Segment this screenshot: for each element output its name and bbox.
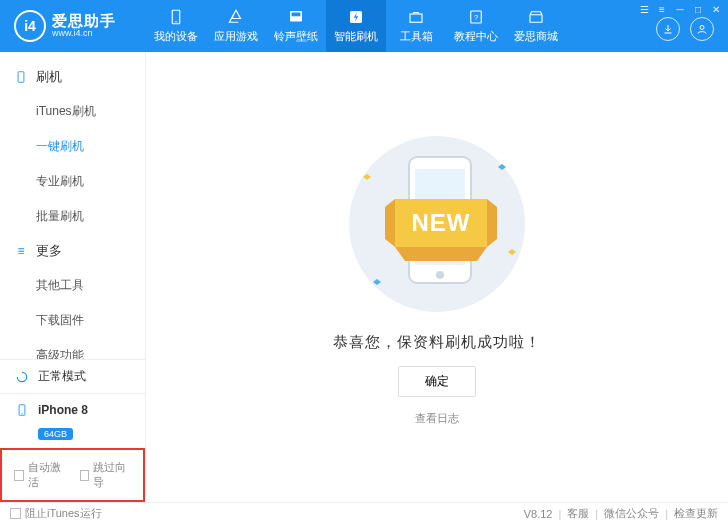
nav-ringtone[interactable]: 铃声壁纸 [266,0,326,52]
top-nav: 我的设备 应用游戏 铃声壁纸 智能刷机 工具箱 ? 教程中心 爱思商城 [146,0,656,52]
sidebar-item-oneclick-flash[interactable]: 一键刷机 [0,129,145,164]
success-message: 恭喜您，保资料刷机成功啦！ [333,333,541,352]
toolbox-icon [407,8,425,26]
nav-store[interactable]: 爱思商城 [506,0,566,52]
sidebar: 刷机 iTunes刷机 一键刷机 专业刷机 批量刷机 ≡ 更多 其他工具 下载固… [0,52,146,502]
app-title: 爱思助手 [52,13,116,30]
mode-row[interactable]: 正常模式 [0,360,145,393]
checkbox-row-highlight: 自动激活 跳过向导 [0,448,145,502]
sidebar-group-flash[interactable]: 刷机 [0,60,145,94]
checkbox-skip-guide[interactable]: 跳过向导 [80,460,132,490]
update-link[interactable]: 检查更新 [674,506,718,521]
nav-apps[interactable]: 应用游戏 [206,0,266,52]
device-name: iPhone 8 [38,403,88,417]
user-button[interactable] [690,17,714,41]
svg-rect-3 [292,13,301,17]
version-label: V8.12 [524,508,553,520]
sidebar-group-more[interactable]: ≡ 更多 [0,234,145,268]
menu-icon[interactable]: ≡ [656,3,668,15]
svg-text:?: ? [474,13,478,22]
download-button[interactable] [656,17,680,41]
spinner-icon [14,369,30,385]
ok-button[interactable]: 确定 [398,366,476,397]
app-url: www.i4.cn [52,29,116,39]
device-icon [167,8,185,26]
logo-area: i4 爱思助手 www.i4.cn [0,10,146,42]
device-row[interactable]: iPhone 8 64GB [0,393,145,448]
sidebar-item-advanced[interactable]: 高级功能 [0,338,145,359]
status-bar: 阻止iTunes运行 V8.12 | 客服 | 微信公众号 | 检查更新 [0,502,728,524]
music-icon [287,8,305,26]
nav-my-device[interactable]: 我的设备 [146,0,206,52]
svg-point-8 [700,26,704,30]
app-header: i4 爱思助手 www.i4.cn 我的设备 应用游戏 铃声壁纸 智能刷机 工具… [0,0,728,52]
sidebar-item-download-firmware[interactable]: 下载固件 [0,303,145,338]
shirt-icon[interactable]: ☰ [638,3,650,15]
checkbox-block-itunes[interactable]: 阻止iTunes运行 [10,506,102,521]
view-log-link[interactable]: 查看日志 [415,411,459,426]
sidebar-item-pro-flash[interactable]: 专业刷机 [0,164,145,199]
svg-point-11 [21,413,22,414]
window-controls: ☰ ≡ ─ □ ✕ [632,0,728,14]
logo-icon: i4 [14,10,46,42]
svg-text:NEW: NEW [412,209,471,236]
maximize-icon[interactable]: □ [692,3,704,15]
menu-lines-icon: ≡ [14,244,28,258]
minimize-icon[interactable]: ─ [674,3,686,15]
phone-icon [14,402,30,418]
help-icon: ? [467,8,485,26]
svg-rect-9 [18,72,24,83]
apps-icon [227,8,245,26]
checkbox-auto-activate[interactable]: 自动激活 [14,460,66,490]
close-icon[interactable]: ✕ [710,3,722,15]
svg-point-19 [436,271,444,279]
sidebar-item-itunes-flash[interactable]: iTunes刷机 [0,94,145,129]
success-illustration: NEW [337,129,537,319]
main-content: NEW 恭喜您，保资料刷机成功啦！ 确定 查看日志 [146,52,728,502]
sidebar-item-batch-flash[interactable]: 批量刷机 [0,199,145,234]
svg-rect-1 [175,22,178,23]
nav-toolbox[interactable]: 工具箱 [386,0,446,52]
store-icon [527,8,545,26]
header-right [656,17,728,41]
sidebar-item-other-tools[interactable]: 其他工具 [0,268,145,303]
sidebar-bottom: 正常模式 iPhone 8 64GB 自动激活 跳过向导 [0,359,145,502]
nav-smart-flash[interactable]: 智能刷机 [326,0,386,52]
support-link[interactable]: 客服 [567,506,589,521]
wechat-link[interactable]: 微信公众号 [604,506,659,521]
nav-tutorial[interactable]: ? 教程中心 [446,0,506,52]
svg-rect-5 [410,14,422,22]
flash-icon [347,8,365,26]
phone-outline-icon [14,70,28,84]
storage-badge: 64GB [38,428,73,440]
